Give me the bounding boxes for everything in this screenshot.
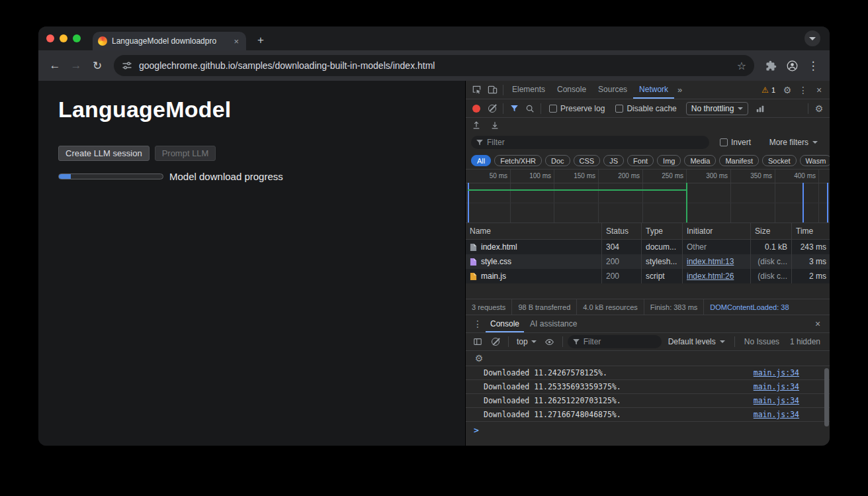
profile-icon[interactable] — [782, 56, 802, 75]
table-row[interactable]: main.js 200 script index.html:26 (disk c… — [466, 269, 830, 283]
tab-console[interactable]: Console — [551, 81, 592, 99]
console-settings-icon[interactable]: ⚙ — [471, 351, 487, 366]
type-pill-socket[interactable]: Socket — [762, 155, 797, 166]
request-initiator[interactable]: index.html:13 — [682, 254, 750, 269]
import-har-icon[interactable] — [468, 118, 484, 132]
page-content: LanguageModel Create LLM session Prompt … — [38, 81, 465, 446]
gridline — [818, 170, 819, 223]
console-sidebar-icon[interactable] — [470, 334, 486, 349]
throttling-select[interactable]: No throttling — [686, 102, 749, 115]
tab-sources[interactable]: Sources — [592, 81, 633, 99]
tab-elements[interactable]: Elements — [506, 81, 551, 99]
request-waterfall-bar — [468, 189, 686, 191]
export-har-icon[interactable] — [487, 118, 503, 132]
message-source-link[interactable]: main.js:34 — [754, 382, 799, 391]
type-pill-fetchxhr[interactable]: Fetch/XHR — [494, 155, 542, 166]
site-settings-icon[interactable] — [122, 60, 132, 71]
request-name[interactable]: style.css — [466, 254, 601, 269]
prompt-llm-button[interactable]: Prompt LLM — [155, 146, 216, 161]
clear-network-log-button[interactable] — [484, 101, 500, 116]
table-row[interactable]: style.css 200 stylesh... index.html:13 (… — [466, 254, 830, 269]
console-filter-input-box[interactable] — [568, 335, 662, 348]
column-header-size[interactable]: Size — [750, 223, 791, 239]
gridline — [775, 170, 775, 223]
type-pill-js[interactable]: JS — [603, 155, 624, 166]
scrollbar-thumb[interactable] — [824, 368, 829, 426]
drawer-tab-console[interactable]: Console — [486, 315, 524, 332]
preserve-log-checkbox-group: Preserve log — [549, 104, 605, 113]
browser-menu-button[interactable]: ⋮ — [803, 56, 823, 75]
tab-search-button[interactable] — [804, 30, 820, 46]
preserve-log-checkbox[interactable] — [549, 105, 557, 113]
issues-status[interactable]: No Issues — [740, 337, 784, 346]
traffic-light-close[interactable] — [46, 34, 54, 42]
request-initiator[interactable]: index.html:26 — [682, 269, 750, 283]
column-header-initiator[interactable]: Initiator — [682, 223, 750, 239]
request-name[interactable]: main.js — [466, 269, 601, 283]
column-header-type[interactable]: Type — [641, 223, 682, 239]
column-header-status[interactable]: Status — [601, 223, 641, 239]
forward-button[interactable]: → — [66, 56, 86, 75]
javascript-context-select[interactable]: top — [513, 337, 540, 346]
network-conditions-icon[interactable] — [752, 101, 768, 116]
preserve-log-label: Preserve log — [560, 104, 605, 113]
hidden-messages-count[interactable]: 1 hidden — [790, 337, 820, 346]
inspect-element-icon[interactable] — [468, 83, 484, 97]
type-pill-all[interactable]: All — [471, 155, 491, 166]
create-live-expression-icon[interactable] — [542, 334, 558, 349]
message-source-link[interactable]: main.js:34 — [754, 368, 799, 377]
domcontentloaded-line — [803, 183, 804, 223]
devtools-settings-icon[interactable]: ⚙ — [779, 83, 795, 97]
network-filter-input-box[interactable] — [471, 136, 709, 149]
search-icon[interactable] — [522, 101, 538, 116]
request-status: 200 — [601, 269, 641, 283]
more-panels-icon[interactable]: » — [674, 85, 685, 95]
traffic-light-minimize[interactable] — [60, 34, 67, 42]
tab-close-icon[interactable]: × — [232, 36, 241, 46]
type-pill-css[interactable]: CSS — [574, 155, 601, 166]
type-pill-manifest[interactable]: Manifest — [719, 155, 759, 166]
type-pill-img[interactable]: Img — [657, 155, 681, 166]
message-source-link[interactable]: main.js:34 — [754, 396, 799, 405]
devtools-menu-icon[interactable]: ⋮ — [795, 83, 811, 97]
drawer-tab-ai-assistance[interactable]: AI assistance — [524, 319, 583, 328]
log-levels-select[interactable]: Default levels — [664, 337, 730, 346]
more-filters-dropdown[interactable]: More filters — [769, 138, 818, 147]
browser-tab[interactable]: LanguageModel downloadpro × — [93, 32, 246, 50]
address-bar[interactable]: googlechrome.github.io/samples/downloadi… — [114, 55, 754, 76]
type-pill-doc[interactable]: Doc — [545, 155, 570, 166]
drawer-close-icon[interactable]: × — [810, 317, 826, 331]
clear-console-icon[interactable] — [488, 334, 503, 349]
table-row[interactable]: index.html 304 docum... Other 0.1 kB 243… — [466, 240, 830, 254]
type-pill-media[interactable]: Media — [684, 155, 716, 166]
extensions-icon[interactable] — [761, 56, 781, 75]
record-network-log-button[interactable] — [468, 101, 484, 116]
disable-cache-checkbox[interactable] — [615, 105, 623, 113]
type-pill-font[interactable]: Font — [627, 155, 654, 166]
console-prompt[interactable]: > — [466, 422, 830, 446]
request-name[interactable]: index.html — [466, 240, 601, 254]
create-llm-session-button[interactable]: Create LLM session — [58, 146, 150, 161]
device-toolbar-icon[interactable] — [484, 83, 500, 97]
devtools-close-icon[interactable]: × — [811, 83, 827, 97]
filter-toggle-icon[interactable] — [506, 101, 522, 116]
type-pill-wasm[interactable]: Wasm — [800, 155, 830, 166]
network-filter-input[interactable] — [487, 138, 704, 147]
reload-button[interactable]: ↻ — [87, 56, 107, 75]
network-settings-icon[interactable]: ⚙ — [811, 101, 827, 116]
column-header-time[interactable]: Time — [791, 223, 830, 239]
network-overview-timeline[interactable]: 50 ms 100 ms 150 ms 200 ms 250 ms 300 ms… — [466, 170, 830, 223]
drawer-menu-icon[interactable]: ⋮ — [470, 317, 486, 331]
traffic-light-zoom[interactable] — [73, 34, 81, 42]
column-header-name[interactable]: Name — [466, 223, 601, 239]
issues-counter[interactable]: ⚠ 1 — [758, 85, 779, 95]
tab-network[interactable]: Network — [633, 81, 674, 99]
new-tab-button[interactable]: + — [253, 32, 269, 48]
invert-checkbox[interactable] — [720, 138, 728, 146]
chevron-down-icon — [720, 340, 725, 343]
message-source-link[interactable]: main.js:34 — [754, 410, 799, 419]
console-messages: Downloaded 11.24267578125%. main.js:34 D… — [466, 366, 830, 422]
console-filter-input[interactable] — [584, 337, 656, 346]
bookmark-star-icon[interactable]: ☆ — [737, 60, 746, 72]
back-button[interactable]: ← — [45, 56, 65, 75]
